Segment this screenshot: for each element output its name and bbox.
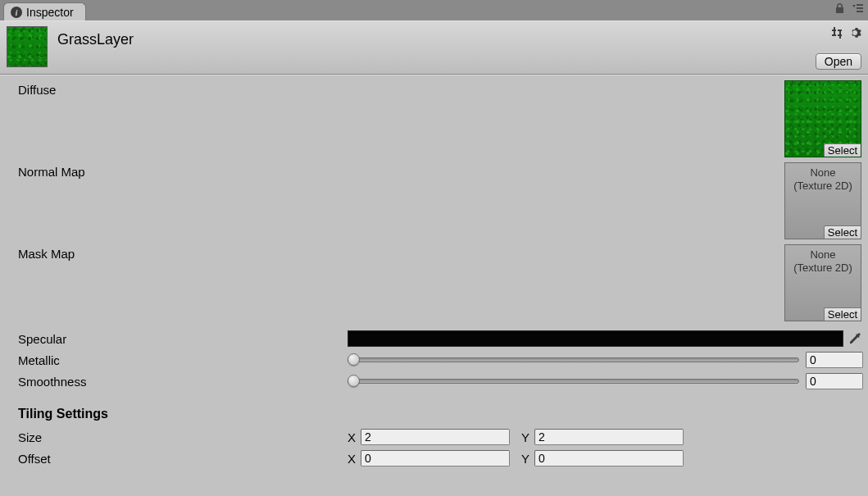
panel-menu-icon[interactable] bbox=[850, 3, 863, 13]
size-row: Size X Y bbox=[5, 426, 863, 448]
metallic-slider[interactable] bbox=[348, 352, 799, 368]
eyedropper-icon[interactable] bbox=[847, 330, 863, 347]
normal-map-label: Normal Map bbox=[5, 162, 348, 179]
metallic-label: Metallic bbox=[5, 353, 348, 367]
normal-map-texture-slot[interactable]: None (Texture 2D) Select bbox=[784, 162, 861, 239]
metallic-value-field[interactable] bbox=[806, 352, 863, 368]
smoothness-slider[interactable] bbox=[348, 373, 799, 389]
svg-rect-6 bbox=[838, 30, 842, 31]
svg-rect-8 bbox=[834, 27, 835, 34]
tab-strip: i Inspector bbox=[0, 0, 868, 20]
smoothness-slider-thumb[interactable] bbox=[348, 375, 360, 387]
normal-map-select-button[interactable]: Select bbox=[824, 225, 861, 239]
diffuse-label: Diffuse bbox=[5, 80, 348, 97]
size-x-field[interactable] bbox=[361, 429, 510, 445]
mask-map-texture-slot[interactable]: None (Texture 2D) Select bbox=[784, 244, 861, 321]
inspector-tab[interactable]: i Inspector bbox=[3, 2, 86, 20]
offset-x-label: X bbox=[348, 452, 361, 466]
diffuse-texture-slot[interactable]: Select bbox=[784, 80, 861, 157]
svg-rect-5 bbox=[832, 34, 836, 36]
tiling-settings-header: Tiling Settings bbox=[5, 407, 863, 421]
open-button[interactable]: Open bbox=[816, 53, 861, 70]
svg-rect-3 bbox=[857, 11, 863, 12]
size-x-label: X bbox=[348, 430, 361, 444]
size-y-label: Y bbox=[521, 430, 534, 444]
smoothness-label: Smoothness bbox=[5, 375, 348, 389]
svg-rect-9 bbox=[839, 31, 841, 39]
gear-icon[interactable] bbox=[848, 26, 861, 39]
diffuse-select-button[interactable]: Select bbox=[824, 143, 861, 157]
size-label: Size bbox=[5, 430, 348, 444]
offset-x-field[interactable] bbox=[361, 450, 510, 466]
diffuse-row: Diffuse Select bbox=[5, 80, 863, 161]
inspector-panel: Diffuse Select Normal Map None (Texture … bbox=[0, 75, 868, 496]
svg-marker-0 bbox=[852, 5, 856, 7]
svg-rect-2 bbox=[857, 7, 863, 9]
offset-y-field[interactable] bbox=[534, 450, 684, 466]
specular-color-swatch[interactable] bbox=[348, 330, 843, 347]
asset-name: GrassLayer bbox=[57, 31, 134, 48]
offset-row: Offset X Y bbox=[5, 448, 863, 469]
specular-label: Specular bbox=[5, 332, 348, 346]
smoothness-row: Smoothness bbox=[5, 371, 863, 392]
prefab-overrides-icon[interactable] bbox=[830, 26, 843, 39]
asset-header: GrassLayer Open bbox=[0, 20, 868, 75]
tab-title: Inspector bbox=[26, 6, 74, 19]
lock-icon[interactable] bbox=[834, 2, 845, 14]
specular-row: Specular bbox=[5, 328, 863, 349]
size-y-field[interactable] bbox=[534, 429, 684, 445]
offset-label: Offset bbox=[5, 452, 348, 466]
mask-map-none-text: None (Texture 2D) bbox=[785, 245, 861, 275]
normal-map-none-text: None (Texture 2D) bbox=[785, 163, 861, 193]
asset-thumbnail[interactable] bbox=[7, 26, 48, 67]
info-icon: i bbox=[11, 7, 22, 18]
mask-map-label: Mask Map bbox=[5, 244, 348, 261]
smoothness-value-field[interactable] bbox=[806, 373, 863, 389]
metallic-slider-thumb[interactable] bbox=[348, 353, 360, 366]
svg-rect-1 bbox=[857, 4, 863, 6]
mask-map-row: Mask Map None (Texture 2D) Select bbox=[5, 244, 863, 325]
normal-map-row: Normal Map None (Texture 2D) Select bbox=[5, 162, 863, 243]
mask-map-select-button[interactable]: Select bbox=[824, 307, 861, 321]
metallic-row: Metallic bbox=[5, 349, 863, 371]
offset-y-label: Y bbox=[521, 452, 534, 466]
